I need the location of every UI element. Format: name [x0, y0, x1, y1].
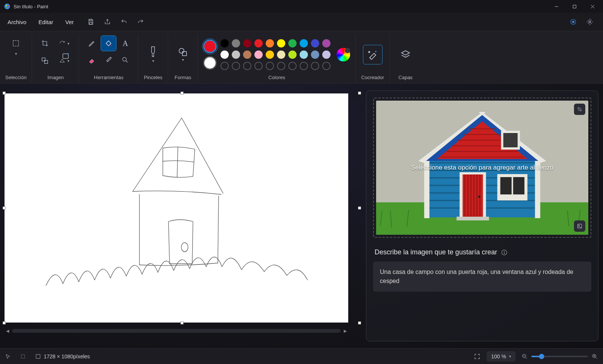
- shapes-tool[interactable]: ▾: [173, 43, 192, 66]
- magnifier-tool[interactable]: [118, 52, 133, 67]
- color-swatch[interactable]: [288, 39, 297, 47]
- edit-colors-button[interactable]: [337, 48, 350, 61]
- svg-point-69: [579, 225, 580, 226]
- menu-edit[interactable]: Editar: [33, 16, 58, 28]
- svg-point-12: [572, 21, 574, 23]
- brush-tool[interactable]: ▾: [144, 43, 162, 66]
- menu-view[interactable]: Ver: [60, 16, 79, 28]
- color-swatch[interactable]: [277, 62, 285, 70]
- color-swatch[interactable]: [254, 39, 263, 47]
- color-swatch[interactable]: [232, 50, 240, 59]
- chevron-down-icon[interactable]: ▾: [15, 52, 17, 56]
- color-swatch[interactable]: [220, 39, 229, 47]
- color-swatch[interactable]: [300, 50, 308, 59]
- redo-button[interactable]: [133, 15, 148, 29]
- maximize-button[interactable]: [565, 0, 583, 13]
- zoom-out-button[interactable]: [522, 353, 528, 359]
- color-swatch[interactable]: [243, 39, 251, 47]
- scroll-left-icon[interactable]: ◀: [5, 328, 11, 334]
- color-swatch[interactable]: [300, 62, 308, 70]
- color-primary[interactable]: [203, 40, 217, 53]
- svg-point-67: [580, 110, 582, 111]
- color-swatch[interactable]: [288, 50, 297, 59]
- chevron-down-icon: ▾: [509, 354, 511, 358]
- color-swatch[interactable]: [254, 50, 263, 59]
- color-secondary[interactable]: [203, 56, 217, 70]
- color-swatch[interactable]: [300, 39, 308, 47]
- menu-bar: Archivo Editar Ver: [0, 13, 603, 31]
- group-label-colors: Colores: [268, 73, 285, 80]
- color-swatch[interactable]: [322, 39, 331, 47]
- pencil-tool[interactable]: [84, 36, 99, 51]
- color-swatch[interactable]: [288, 62, 297, 70]
- resize-handle[interactable]: [3, 206, 6, 210]
- preview-container[interactable]: Seleccione esta opción para agregar arte…: [373, 98, 591, 238]
- scroll-track[interactable]: [12, 329, 341, 333]
- resize-handle[interactable]: [358, 92, 361, 95]
- zoom-slider: [522, 353, 598, 359]
- close-button[interactable]: [583, 0, 601, 13]
- info-icon[interactable]: [501, 249, 508, 256]
- settings-button[interactable]: [583, 15, 597, 29]
- color-swatch[interactable]: [322, 62, 331, 70]
- resize-handle[interactable]: [3, 321, 6, 324]
- image-generate-tool[interactable]: [58, 49, 73, 64]
- text-tool[interactable]: A: [118, 36, 133, 51]
- selection-icon: [20, 354, 26, 359]
- resize-handle[interactable]: [3, 92, 6, 95]
- color-swatch[interactable]: [232, 39, 240, 47]
- resize-handle[interactable]: [181, 321, 184, 324]
- resize-handle[interactable]: [181, 92, 184, 95]
- horizontal-scrollbar[interactable]: ◀ ▶: [5, 328, 348, 334]
- color-swatch[interactable]: [277, 39, 285, 47]
- color-swatch[interactable]: [266, 39, 274, 47]
- ribbon-group-layers: Capas: [390, 34, 421, 83]
- eyedropper-tool[interactable]: [101, 52, 116, 67]
- zoom-slider-thumb[interactable]: [539, 354, 544, 359]
- color-swatch[interactable]: [322, 50, 331, 59]
- scroll-right-icon[interactable]: ▶: [342, 328, 348, 334]
- color-swatch[interactable]: [311, 62, 319, 70]
- cocreator-button[interactable]: [363, 45, 383, 64]
- svg-rect-17: [63, 54, 69, 59]
- zoom-slider-track[interactable]: [531, 356, 588, 357]
- resize-tool[interactable]: [37, 53, 52, 68]
- preview-expand-button[interactable]: [574, 220, 585, 232]
- preview-options-button[interactable]: [574, 104, 585, 115]
- color-swatch[interactable]: [243, 50, 251, 59]
- minimize-button[interactable]: [547, 0, 565, 13]
- undo-button[interactable]: [117, 15, 131, 29]
- preview-image[interactable]: Seleccione esta opción para agregar arte…: [376, 101, 588, 235]
- color-swatch[interactable]: [266, 50, 274, 59]
- select-tool[interactable]: [8, 36, 23, 51]
- color-swatch[interactable]: [266, 62, 274, 70]
- color-swatch[interactable]: [277, 50, 285, 59]
- save-button[interactable]: [84, 15, 98, 29]
- group-label-image: Imagen: [47, 73, 64, 80]
- color-swatch[interactable]: [254, 62, 263, 70]
- svg-point-23: [181, 243, 188, 252]
- color-swatch[interactable]: [220, 50, 229, 59]
- share-button[interactable]: [100, 15, 115, 29]
- help-button[interactable]: [566, 15, 580, 29]
- color-swatch[interactable]: [243, 62, 251, 70]
- fit-screen-button[interactable]: [474, 353, 481, 360]
- cursor-icon: [5, 354, 11, 359]
- eraser-tool[interactable]: [84, 52, 99, 67]
- color-swatch[interactable]: [232, 62, 240, 70]
- canvas[interactable]: [5, 93, 348, 323]
- menu-file[interactable]: Archivo: [2, 16, 32, 28]
- color-swatch[interactable]: [220, 62, 229, 70]
- zoom-in-button[interactable]: [592, 353, 598, 359]
- fill-tool[interactable]: [101, 36, 116, 51]
- layers-button[interactable]: [395, 44, 416, 65]
- resize-handle[interactable]: [358, 206, 361, 210]
- resize-handle[interactable]: [358, 321, 361, 324]
- crop-tool[interactable]: [37, 36, 52, 51]
- app-icon: [4, 3, 11, 10]
- zoom-select[interactable]: 100 % ▾: [487, 351, 516, 362]
- ribbon-group-image: ▾ ▾ Imagen: [32, 34, 79, 83]
- color-swatch[interactable]: [311, 50, 319, 59]
- color-swatch[interactable]: [311, 39, 319, 47]
- prompt-input[interactable]: Una casa de campo con una puerta roja, u…: [373, 262, 591, 292]
